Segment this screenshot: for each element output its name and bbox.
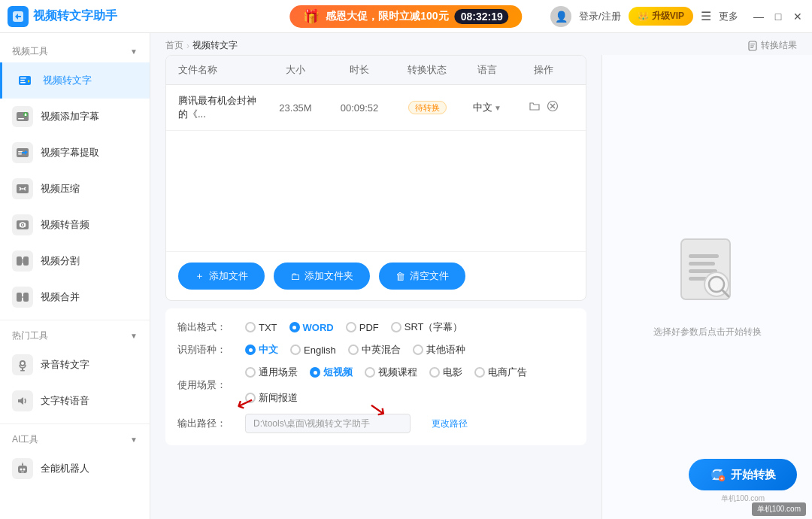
vip-upgrade-button[interactable]: 👑 升级VIP bbox=[629, 7, 693, 26]
sidebar-item-merge[interactable]: 视频合并 bbox=[0, 279, 150, 315]
action-buttons: ＋ 添加文件 🗀 添加文件夹 🗑 清空文件 bbox=[166, 251, 586, 300]
lang-zh-label: 中文 bbox=[259, 343, 278, 357]
path-input[interactable] bbox=[245, 414, 411, 433]
add-file-label: 添加文件 bbox=[209, 269, 248, 283]
lang-other-label: 其他语种 bbox=[426, 343, 465, 357]
lang-mixed-option[interactable]: 中英混合 bbox=[348, 343, 401, 357]
add-folder-label: 添加文件夹 bbox=[304, 269, 353, 283]
collapse-arrow-ai[interactable]: ▼ bbox=[130, 436, 138, 444]
divider-1 bbox=[0, 320, 150, 320]
collapse-arrow-video[interactable]: ▼ bbox=[130, 47, 138, 56]
scene-ecom-radio[interactable] bbox=[474, 367, 485, 378]
sidebar-item-extract-subtitle[interactable]: 视频字幕提取 bbox=[0, 135, 150, 171]
lang-zh-radio[interactable] bbox=[245, 344, 256, 355]
lang-en-radio[interactable] bbox=[290, 344, 301, 355]
scene-general-option[interactable]: 通用场景 bbox=[245, 366, 298, 379]
scene-label: 使用场景： bbox=[177, 378, 230, 392]
scene-short-radio[interactable] bbox=[310, 367, 320, 378]
add-folder-button[interactable]: 🗀 添加文件夹 bbox=[274, 263, 370, 290]
video-tools-label: 视频工具 bbox=[12, 45, 48, 58]
svg-rect-22 bbox=[17, 293, 22, 302]
countdown-timer: 08:32:19 bbox=[455, 9, 509, 24]
format-srt-radio[interactable] bbox=[391, 322, 401, 332]
split-icon bbox=[12, 250, 33, 272]
scene-ecom-option[interactable]: 电商广告 bbox=[474, 366, 527, 379]
clear-files-button[interactable]: 🗑 清空文件 bbox=[379, 263, 465, 290]
sidebar-item-to-audio[interactable]: 视频转音频 bbox=[0, 207, 150, 243]
login-button[interactable]: 登录/注册 bbox=[579, 10, 621, 23]
svg-rect-36 bbox=[750, 45, 754, 46]
breadcrumb-current: 视频转文字 bbox=[192, 39, 238, 52]
lang-en-option[interactable]: English bbox=[290, 344, 336, 356]
scene-short-option[interactable]: 短视频 bbox=[310, 366, 353, 379]
format-word-option[interactable]: WORD bbox=[289, 322, 334, 333]
lang-dropdown-arrow[interactable]: ▼ bbox=[494, 104, 501, 112]
close-button[interactable]: ✕ bbox=[791, 10, 804, 23]
conversion-results-button[interactable]: 转换结果 bbox=[747, 39, 797, 52]
svg-point-33 bbox=[22, 463, 23, 464]
col-duration: 时长 bbox=[326, 63, 393, 77]
format-txt-radio[interactable] bbox=[245, 322, 256, 332]
sidebar-item-label-video-to-text: 视频转文字 bbox=[43, 74, 92, 87]
promo-banner[interactable]: 🎁 感恩大促，限时立减100元 08:32:19 bbox=[289, 5, 522, 28]
svg-rect-3 bbox=[20, 80, 25, 81]
format-options: TXT WORD PDF bbox=[245, 320, 463, 334]
sidebar-item-label-to-audio: 视频转音频 bbox=[41, 218, 89, 232]
svg-rect-26 bbox=[22, 368, 23, 370]
format-srt-option[interactable]: SRT（字幕） bbox=[391, 320, 463, 334]
scene-movie-radio[interactable] bbox=[429, 367, 440, 378]
scene-news-option[interactable]: 新闻报道 bbox=[245, 391, 298, 405]
format-txt-option[interactable]: TXT bbox=[245, 322, 277, 333]
more-label: 更多 bbox=[719, 10, 738, 23]
lang-mixed-radio[interactable] bbox=[348, 344, 359, 355]
path-label: 输出路径： bbox=[177, 417, 230, 430]
scene-news-radio[interactable] bbox=[245, 393, 256, 403]
folder-op-button[interactable] bbox=[529, 100, 541, 115]
file-duration-cell: 00:09:52 bbox=[326, 102, 393, 114]
file-lang-cell[interactable]: 中文 ▼ bbox=[461, 101, 514, 114]
sidebar: 视频工具 ▼ 视频转文字 bbox=[0, 33, 150, 519]
lang-other-radio[interactable] bbox=[413, 344, 423, 355]
menu-icon[interactable]: ☰ bbox=[701, 9, 711, 23]
avatar[interactable]: 👤 bbox=[550, 6, 571, 27]
sidebar-item-add-subtitle[interactable]: 视频添加字幕 bbox=[0, 99, 150, 135]
lang-other-option[interactable]: 其他语种 bbox=[413, 343, 465, 357]
sidebar-item-label-merge: 视频合并 bbox=[41, 290, 80, 304]
left-content: 文件名称 大小 时长 转换状态 语言 操作 腾讯最有机会封神的《... 23. bbox=[150, 55, 601, 519]
scene-movie-option[interactable]: 电影 bbox=[429, 366, 462, 379]
svg-rect-31 bbox=[21, 472, 24, 472]
scene-course-option[interactable]: 视频课程 bbox=[365, 366, 417, 379]
maximize-button[interactable]: □ bbox=[771, 10, 785, 23]
sidebar-item-video-to-text[interactable]: 视频转文字 bbox=[0, 62, 150, 99]
scene-general-radio[interactable] bbox=[245, 367, 256, 378]
empty-state-text: 选择好参数后点击开始转换 bbox=[653, 326, 762, 338]
scene-options: 通用场景 短视频 视频课程 bbox=[245, 366, 574, 405]
sidebar-item-split[interactable]: 视频分割 bbox=[0, 243, 150, 279]
format-word-radio[interactable] bbox=[289, 322, 300, 332]
breadcrumb-home[interactable]: 首页 bbox=[165, 39, 183, 52]
path-row: 输出路径： 更改路径 bbox=[177, 409, 574, 438]
collapse-arrow-hot[interactable]: ▼ bbox=[130, 332, 138, 340]
content-inner: 文件名称 大小 时长 转换状态 语言 操作 腾讯最有机会封神的《... 23. bbox=[150, 55, 812, 519]
title-bar: 视频转文字助手 🎁 感恩大促，限时立减100元 08:32:19 👤 登录/注册… bbox=[0, 0, 812, 33]
sidebar-item-ai-robot[interactable]: 全能机器人 bbox=[0, 451, 150, 487]
add-file-button[interactable]: ＋ 添加文件 bbox=[178, 263, 265, 290]
format-pdf-radio[interactable] bbox=[346, 322, 356, 332]
convert-area: + 开始转换 单机100.com bbox=[689, 459, 797, 504]
sidebar-item-compress[interactable]: 视频压缩 bbox=[0, 171, 150, 207]
sidebar-item-text-to-speech[interactable]: 文字转语音 bbox=[0, 383, 150, 419]
delete-op-button[interactable] bbox=[547, 100, 559, 115]
lang-en-label: English bbox=[304, 344, 336, 356]
sidebar-item-label-split: 视频分割 bbox=[41, 254, 80, 268]
format-pdf-option[interactable]: PDF bbox=[346, 322, 379, 333]
format-srt-label: SRT（字幕） bbox=[404, 320, 463, 334]
start-convert-button[interactable]: + 开始转换 bbox=[689, 459, 797, 490]
svg-rect-7 bbox=[18, 118, 24, 120]
sidebar-item-audio-to-text[interactable]: 录音转文字 bbox=[0, 347, 150, 383]
change-path-button[interactable]: 更改路径 bbox=[432, 417, 468, 430]
minimize-button[interactable]: — bbox=[752, 10, 765, 23]
lang-zh-option[interactable]: 中文 bbox=[245, 343, 278, 357]
svg-rect-4 bbox=[20, 82, 26, 83]
svg-rect-23 bbox=[23, 293, 29, 302]
scene-course-radio[interactable] bbox=[365, 367, 375, 378]
